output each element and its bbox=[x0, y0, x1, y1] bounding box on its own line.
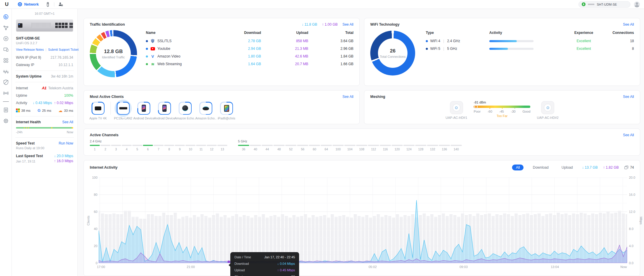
wifi-activity-bar bbox=[489, 48, 534, 50]
clients-title: Most Active Clients bbox=[90, 95, 124, 99]
xtick: 17:00 bbox=[97, 265, 105, 269]
traffic-download: 1.80 GB bbox=[214, 54, 261, 58]
channel-52: 52 bbox=[285, 145, 296, 151]
table-row: VAmazon Video1.80 GB42.6 MB1.84 GB bbox=[146, 52, 353, 60]
client-tile[interactable]: PC19u-LAN2 bbox=[115, 102, 131, 120]
wifi-type: WiFi 5 bbox=[430, 47, 440, 51]
support-ticket-link[interactable]: Submit Support Ticket bbox=[48, 48, 79, 51]
speedtest-run-button[interactable]: Run Now bbox=[59, 141, 73, 145]
tab-all[interactable]: All bbox=[512, 165, 524, 170]
ssl-shield-icon bbox=[150, 39, 155, 43]
latency-row: 38 ms G25 ms ☁33 ms bbox=[16, 108, 73, 113]
band-5ghz: 5 GHz 3640444852566064100104108112116120… bbox=[238, 139, 462, 151]
ap2-name: UAP-AC-HD#2 bbox=[537, 116, 558, 119]
console-picker[interactable]: SHT-UDM-SE bbox=[578, 1, 630, 8]
lastspeed-date: Jan 17, 19:11 bbox=[16, 160, 35, 163]
client-tile[interactable]: Android Device bbox=[136, 102, 152, 120]
avatar[interactable] bbox=[634, 1, 640, 7]
wifi-donut-chart: 26 Total Connections bbox=[370, 31, 415, 75]
internet-activity-chart[interactable]: Clients Mbps 10080604020020.016.012.08.0… bbox=[99, 178, 627, 263]
table-row: SSL/TLS2.78 GB858 MB3.64 GB bbox=[146, 37, 353, 45]
ytick-right: 12.0 bbox=[629, 210, 637, 213]
channel-112: 112 bbox=[368, 145, 379, 151]
tab-network[interactable]: Network bbox=[14, 0, 43, 9]
wifi-donut-label: Total Connections bbox=[380, 55, 405, 58]
channel-9: 9 bbox=[175, 145, 185, 151]
console-icon[interactable] bbox=[43, 0, 53, 9]
xtick: 05:02 bbox=[369, 265, 377, 269]
system-uptime-label: System Uptime bbox=[16, 74, 42, 78]
meshing-seeall[interactable]: See All bbox=[623, 95, 634, 99]
android-phone-icon bbox=[142, 105, 146, 112]
channel-124: 124 bbox=[403, 145, 415, 151]
security-shield-icon bbox=[3, 79, 9, 86]
channel-64: 64 bbox=[321, 145, 332, 151]
traffic-seeall[interactable]: See All bbox=[343, 22, 353, 27]
lastspeed-down: ↓ 20.0 Mbps bbox=[54, 154, 73, 158]
web-streaming-icon: ≋ bbox=[150, 62, 155, 66]
unifi-logo[interactable]: U bbox=[0, 1, 14, 7]
ytick-right: 0.0 bbox=[629, 261, 637, 265]
rail-item-clients[interactable] bbox=[2, 46, 10, 53]
tab-download[interactable]: Download bbox=[529, 165, 552, 170]
wifi-activity-bar bbox=[489, 40, 534, 42]
rail-item-devices[interactable] bbox=[2, 35, 10, 42]
client-tile[interactable]: Android Device bbox=[156, 102, 173, 120]
rail-item-topology[interactable] bbox=[2, 24, 10, 32]
clients-seeall[interactable]: See All bbox=[343, 95, 353, 99]
ytick-left: 40 bbox=[90, 227, 97, 231]
tab-upload[interactable]: Upload bbox=[558, 165, 577, 170]
youtube-icon bbox=[150, 46, 155, 51]
cloudflare-icon: ☁ bbox=[58, 109, 63, 112]
xtick: 09:03 bbox=[459, 265, 468, 269]
client-name: Apple TV 4K bbox=[89, 116, 107, 120]
radios-icon bbox=[3, 90, 9, 96]
channel-108: 108 bbox=[356, 145, 367, 151]
rail-item-security[interactable] bbox=[2, 78, 10, 86]
traffic-donut-value: 12.8 GB bbox=[104, 49, 123, 55]
activity-up-total: ↑ 1.82 GB bbox=[603, 165, 619, 170]
internet-health-seeall[interactable]: See All bbox=[62, 120, 73, 124]
channels-seeall[interactable]: See All bbox=[623, 133, 634, 137]
dashboard-icon bbox=[3, 14, 9, 20]
client-tile[interactable]: Amazon Echo.. bbox=[198, 102, 214, 120]
channel-100: 100 bbox=[332, 145, 344, 151]
channel-140: 140 bbox=[451, 145, 462, 151]
activity-up: ↑ 0.02 Mbps bbox=[54, 101, 73, 105]
rail-item-radios[interactable] bbox=[2, 89, 10, 97]
rail-item-networks[interactable] bbox=[2, 57, 10, 64]
ytick-right: 8.0 bbox=[629, 227, 637, 231]
rail-item-flows[interactable] bbox=[2, 68, 10, 75]
microsoft-icon bbox=[16, 109, 20, 112]
channels-title: Active Channels bbox=[90, 133, 118, 137]
rail-item-system-log[interactable] bbox=[2, 106, 10, 114]
mesh-ap-1[interactable]: UAP-AC-HD#1 bbox=[446, 101, 467, 119]
rail-item-settings[interactable] bbox=[2, 117, 10, 125]
echo-dot-icon bbox=[203, 106, 209, 110]
ytick-right: 16.0 bbox=[629, 193, 637, 196]
client-tile[interactable]: iPad6@chris bbox=[218, 102, 235, 120]
rail-item-dashboard[interactable] bbox=[2, 13, 10, 21]
system-log-icon bbox=[3, 107, 9, 113]
device-side-panel: 16:07 GMT+1 SHT-UDM-SE UniFi OS 3.2.7 Vi… bbox=[12, 9, 78, 276]
networks-icon bbox=[3, 57, 9, 64]
channel-36: 36 bbox=[238, 145, 249, 151]
wifi-connections: 18 bbox=[604, 39, 634, 43]
admins-icon[interactable] bbox=[56, 0, 66, 9]
gateway-ip-label: Gateway IP bbox=[16, 63, 34, 67]
wifi-seeall[interactable]: See All bbox=[623, 22, 634, 27]
channel-8: 8 bbox=[164, 145, 174, 151]
release-notes-link[interactable]: View Release Notes bbox=[16, 48, 44, 51]
dashboard-main: Traffic Identification ↓ 11.8 GB ↑ 1.00 … bbox=[78, 9, 644, 276]
client-tile[interactable]: Amazon Echo.. bbox=[177, 102, 193, 120]
gateway-ip-value: 10.12.1.1 bbox=[58, 63, 73, 67]
wifi-band: 5 GHz bbox=[447, 47, 457, 51]
wan-ip-value: 217.76.165.34 bbox=[50, 55, 73, 60]
meshing-card: Meshing See All UAP-AC-HD#1 -81 dBm Poor… bbox=[364, 90, 640, 124]
wifi-band: 2.4 GHz bbox=[447, 39, 460, 43]
health-range-start: -24h bbox=[16, 130, 22, 134]
topology-icon bbox=[3, 24, 9, 31]
traffic-down-total: ↓ 11.8 GB bbox=[302, 22, 317, 27]
mesh-ap-2[interactable]: UAP-AC-HD#2 bbox=[537, 101, 558, 119]
client-tile[interactable]: Apple TV 4K bbox=[90, 102, 106, 120]
